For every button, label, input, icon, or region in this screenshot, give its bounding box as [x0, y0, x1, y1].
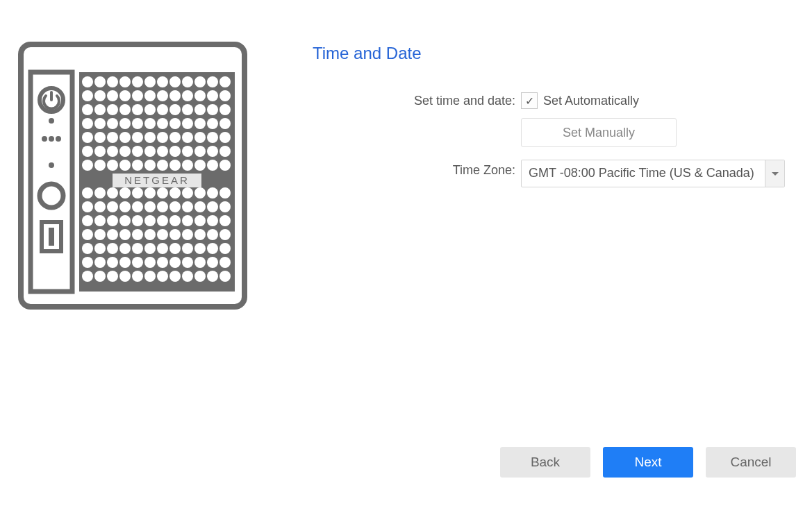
svg-point-41: [144, 104, 156, 115]
svg-point-36: [82, 104, 93, 115]
svg-point-103: [169, 187, 181, 199]
svg-point-18: [157, 76, 168, 87]
svg-point-30: [157, 90, 168, 101]
svg-point-14: [107, 76, 118, 87]
svg-point-63: [119, 132, 131, 143]
svg-point-144: [82, 243, 93, 254]
svg-point-171: [119, 271, 131, 282]
checkmark-icon: ✓: [525, 94, 534, 108]
svg-point-100: [132, 187, 143, 199]
svg-point-83: [219, 146, 231, 157]
svg-point-143: [219, 229, 231, 240]
svg-point-59: [219, 118, 231, 129]
svg-point-90: [157, 160, 168, 171]
svg-point-145: [94, 243, 106, 254]
svg-point-167: [219, 257, 231, 268]
svg-point-57: [194, 118, 206, 129]
svg-point-170: [107, 271, 118, 282]
svg-point-129: [194, 215, 206, 226]
svg-point-76: [132, 146, 143, 157]
svg-point-56: [182, 118, 193, 129]
svg-point-32: [182, 90, 193, 101]
svg-point-165: [194, 257, 206, 268]
svg-point-96: [82, 187, 93, 199]
svg-point-27: [119, 90, 131, 101]
svg-point-81: [194, 146, 206, 157]
svg-point-24: [82, 90, 93, 101]
svg-point-58: [207, 118, 218, 129]
svg-point-177: [194, 271, 206, 282]
svg-point-31: [169, 90, 181, 101]
svg-point-49: [94, 118, 106, 129]
svg-point-174: [157, 271, 168, 282]
svg-point-29: [144, 90, 156, 101]
svg-text:NETGEAR: NETGEAR: [124, 174, 190, 186]
svg-point-43: [169, 104, 181, 115]
svg-point-73: [94, 146, 106, 157]
svg-point-23: [219, 76, 231, 87]
svg-point-26: [107, 90, 118, 101]
svg-point-141: [194, 229, 206, 240]
svg-point-20: [182, 76, 193, 87]
set-automatically-label: Set Automatically: [543, 94, 639, 108]
svg-point-108: [82, 201, 93, 212]
timezone-value: GMT -08:00 Pacific Time (US & Canada): [522, 160, 765, 187]
set-automatically-checkbox[interactable]: ✓: [521, 92, 538, 109]
svg-point-173: [144, 271, 156, 282]
svg-point-33: [194, 90, 206, 101]
back-button[interactable]: Back: [500, 447, 590, 478]
svg-point-132: [82, 229, 93, 240]
svg-point-46: [207, 104, 218, 115]
timezone-dropdown[interactable]: GMT -08:00 Pacific Time (US & Canada): [521, 160, 785, 187]
svg-point-35: [219, 90, 231, 101]
svg-point-107: [219, 187, 231, 199]
svg-point-51: [119, 118, 131, 129]
svg-point-142: [207, 229, 218, 240]
svg-point-84: [82, 160, 93, 171]
cancel-button[interactable]: Cancel: [706, 447, 796, 478]
svg-point-17: [144, 76, 156, 87]
svg-point-172: [132, 271, 143, 282]
svg-point-88: [132, 160, 143, 171]
svg-point-124: [132, 215, 143, 226]
svg-point-131: [219, 215, 231, 226]
set-manually-button[interactable]: Set Manually: [521, 118, 677, 147]
svg-point-128: [182, 215, 193, 226]
svg-point-153: [194, 243, 206, 254]
svg-point-62: [107, 132, 118, 143]
set-time-label: Set time and date:: [313, 90, 521, 111]
svg-point-7: [49, 162, 54, 168]
svg-point-117: [194, 201, 206, 212]
svg-point-123: [119, 215, 131, 226]
svg-point-82: [207, 146, 218, 157]
svg-point-115: [169, 201, 181, 212]
svg-point-66: [157, 132, 168, 143]
svg-point-152: [182, 243, 193, 254]
svg-point-118: [207, 201, 218, 212]
next-button[interactable]: Next: [603, 447, 693, 478]
svg-point-8: [40, 184, 63, 208]
svg-point-104: [182, 187, 193, 199]
svg-point-38: [107, 104, 118, 115]
footer-buttons: Back Next Cancel: [500, 447, 796, 478]
svg-point-78: [157, 146, 168, 157]
svg-point-39: [119, 104, 131, 115]
svg-point-86: [107, 160, 118, 171]
svg-point-50: [107, 118, 118, 129]
svg-point-112: [132, 201, 143, 212]
svg-point-176: [182, 271, 193, 282]
svg-point-160: [132, 257, 143, 268]
svg-point-116: [182, 201, 193, 212]
svg-point-79: [169, 146, 181, 157]
svg-point-55: [169, 118, 181, 129]
svg-point-158: [107, 257, 118, 268]
svg-point-175: [169, 271, 181, 282]
svg-point-65: [144, 132, 156, 143]
svg-point-12: [82, 76, 93, 87]
page-title: Time and Date: [313, 44, 422, 63]
svg-point-93: [194, 160, 206, 171]
svg-point-68: [182, 132, 193, 143]
svg-point-91: [169, 160, 181, 171]
svg-point-157: [94, 257, 106, 268]
set-time-row: Set time and date: ✓ Set Automatically S…: [313, 90, 799, 147]
